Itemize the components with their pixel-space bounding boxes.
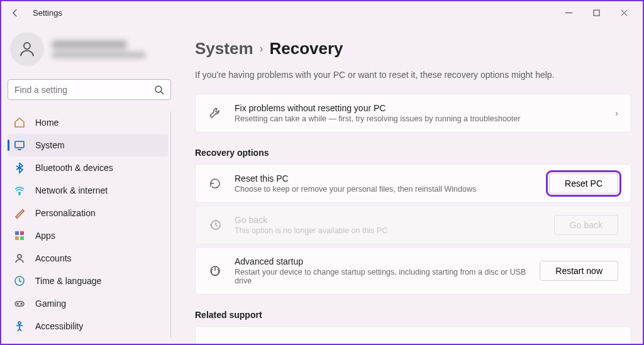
- sidebar-item-accessibility[interactable]: Accessibility: [8, 315, 168, 337]
- svg-point-14: [18, 322, 21, 324]
- user-profile[interactable]: [8, 30, 171, 68]
- sidebar-item-time-language[interactable]: Time & language: [8, 270, 168, 292]
- card-desc: Restart your device to change startup se…: [235, 268, 540, 285]
- svg-rect-11: [15, 302, 24, 306]
- search-field[interactable]: [14, 85, 154, 95]
- card-title: Fix problems without resetting your PC: [235, 103, 615, 113]
- accessibility-icon: [14, 320, 25, 332]
- history-icon: [208, 218, 222, 232]
- sidebar-item-personalization[interactable]: Personalization: [8, 202, 168, 224]
- home-icon: [14, 117, 25, 128]
- sidebar-item-label: Network & internet: [35, 185, 108, 195]
- svg-rect-6: [20, 231, 24, 235]
- svg-point-13: [21, 304, 22, 305]
- sidebar-item-bluetooth[interactable]: Bluetooth & devices: [8, 156, 168, 179]
- section-recovery-options: Recovery options: [195, 148, 631, 158]
- sidebar-item-system[interactable]: System: [8, 134, 168, 156]
- fix-problems-card[interactable]: Fix problems without resetting your PC R…: [195, 94, 631, 133]
- restart-now-button[interactable]: Restart now: [540, 261, 618, 281]
- window-title: Settings: [33, 8, 62, 18]
- sidebar-item-home[interactable]: Home: [8, 111, 168, 134]
- card-desc: Choose to keep or remove your personal f…: [235, 185, 549, 194]
- breadcrumb: System › Recovery: [195, 39, 631, 58]
- sidebar-item-label: Gaming: [35, 298, 66, 309]
- brush-icon: [14, 207, 25, 219]
- svg-point-2: [155, 86, 162, 92]
- svg-point-4: [19, 194, 20, 195]
- svg-rect-7: [15, 236, 19, 240]
- svg-rect-8: [20, 236, 24, 240]
- search-icon: [154, 85, 164, 95]
- minimize-button[interactable]: [555, 4, 582, 21]
- power-icon: [208, 264, 222, 278]
- chevron-right-icon: ›: [260, 42, 264, 55]
- gaming-icon: [14, 298, 25, 309]
- advanced-startup-card: Advanced startup Restart your device to …: [195, 247, 631, 295]
- svg-rect-5: [15, 231, 19, 235]
- bluetooth-icon: [14, 162, 25, 173]
- go-back-button: Go back: [554, 215, 618, 235]
- sidebar-item-network[interactable]: Network & internet: [8, 179, 168, 202]
- page-subtitle: If you're having problems with your PC o…: [195, 70, 631, 80]
- sidebar-item-label: Personalization: [35, 208, 96, 218]
- sidebar-item-label: Time & language: [35, 276, 101, 286]
- breadcrumb-parent[interactable]: System: [195, 39, 253, 58]
- avatar: [10, 32, 44, 66]
- sidebar-item-label: Apps: [35, 231, 55, 241]
- apps-icon: [14, 230, 25, 241]
- sidebar-item-accounts[interactable]: Accounts: [8, 247, 168, 270]
- sidebar-item-gaming[interactable]: Gaming: [8, 292, 168, 315]
- reset-icon: [208, 177, 222, 190]
- card-title: Go back: [235, 215, 554, 225]
- close-button[interactable]: [610, 4, 638, 21]
- system-icon: [14, 140, 25, 151]
- sidebar-item-label: Home: [35, 118, 58, 128]
- sidebar-item-label: Bluetooth & devices: [35, 163, 113, 173]
- search-input[interactable]: [8, 79, 171, 100]
- wifi-icon: [14, 185, 25, 196]
- svg-point-12: [17, 304, 18, 305]
- go-back-card: Go back This option is no longer availab…: [195, 205, 631, 244]
- back-button[interactable]: [6, 4, 24, 21]
- sidebar-item-label: System: [35, 140, 65, 150]
- card-desc: Resetting can take a while — first, try …: [235, 114, 615, 123]
- card-title: Advanced startup: [235, 256, 540, 266]
- wrench-icon: [208, 106, 222, 120]
- chevron-right-icon: ›: [615, 108, 618, 118]
- reset-pc-card: Reset this PC Choose to keep or remove y…: [195, 164, 631, 203]
- related-support-card[interactable]: [195, 326, 631, 344]
- clock-icon: [14, 275, 25, 287]
- sidebar-item-label: Accounts: [35, 253, 72, 263]
- svg-point-1: [24, 43, 30, 49]
- sidebar-item-apps[interactable]: Apps: [8, 224, 168, 247]
- svg-rect-3: [15, 141, 24, 148]
- svg-point-9: [18, 255, 21, 258]
- accounts-icon: [14, 253, 25, 264]
- sidebar-item-label: Accessibility: [35, 321, 83, 331]
- reset-pc-button[interactable]: Reset PC: [549, 173, 618, 194]
- svg-rect-0: [594, 10, 599, 16]
- card-title: Reset this PC: [235, 173, 549, 183]
- page-title: Recovery: [270, 39, 343, 58]
- section-related-support: Related support: [195, 310, 631, 320]
- maximize-button[interactable]: [582, 4, 610, 21]
- card-desc: This option is no longer available on th…: [235, 226, 554, 235]
